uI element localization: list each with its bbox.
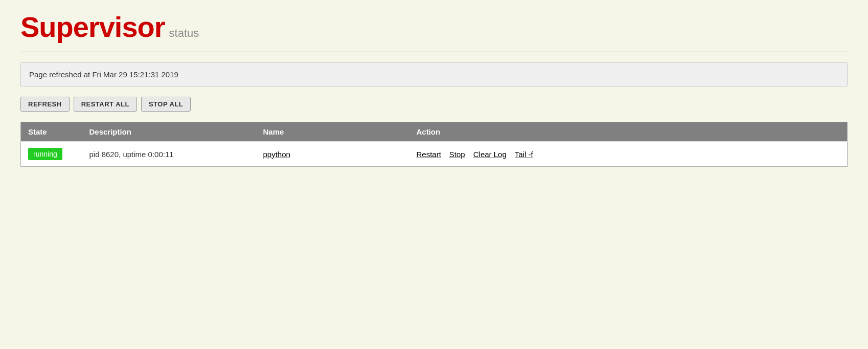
table-body: running pid 8620, uptime 0:00:11 ppython…: [21, 142, 848, 167]
action-cell: Restart Stop Clear Log Tail -f: [409, 142, 848, 167]
description-text: pid 8620, uptime 0:00:11: [89, 150, 174, 159]
restart-all-button[interactable]: RESTART ALL: [74, 97, 137, 112]
description-cell: pid 8620, uptime 0:00:11: [82, 142, 256, 167]
col-header-name: Name: [256, 122, 409, 142]
clear-log-link[interactable]: Clear Log: [473, 150, 507, 159]
col-header-action: Action: [409, 122, 848, 142]
refresh-banner: Page refreshed at Fri Mar 29 15:21:31 20…: [20, 62, 848, 86]
tail-f-link[interactable]: Tail -f: [515, 150, 533, 159]
state-cell: running: [21, 142, 82, 167]
col-header-description: Description: [82, 122, 256, 142]
process-name-link[interactable]: ppython: [263, 150, 290, 159]
stop-process-link[interactable]: Stop: [449, 150, 465, 159]
page-header: Supervisor status: [20, 10, 848, 43]
state-badge: running: [28, 148, 62, 160]
app-title-supervisor: Supervisor: [20, 10, 165, 43]
table-row: running pid 8620, uptime 0:00:11 ppython…: [21, 142, 848, 167]
name-cell: ppython: [256, 142, 409, 167]
restart-process-link[interactable]: Restart: [417, 150, 441, 159]
app-title-status: status: [169, 27, 199, 40]
action-buttons-bar: REFRESH RESTART ALL STOP ALL: [20, 97, 848, 112]
action-links: Restart Stop Clear Log Tail -f: [417, 150, 840, 159]
col-header-state: State: [21, 122, 82, 142]
refresh-button[interactable]: REFRESH: [20, 97, 70, 112]
process-table: State Description Name Action running pi…: [20, 122, 848, 167]
table-header: State Description Name Action: [21, 122, 848, 142]
refresh-banner-text: Page refreshed at Fri Mar 29 15:21:31 20…: [29, 70, 178, 79]
header-divider: [20, 52, 848, 52]
stop-all-button[interactable]: STOP ALL: [141, 97, 191, 112]
